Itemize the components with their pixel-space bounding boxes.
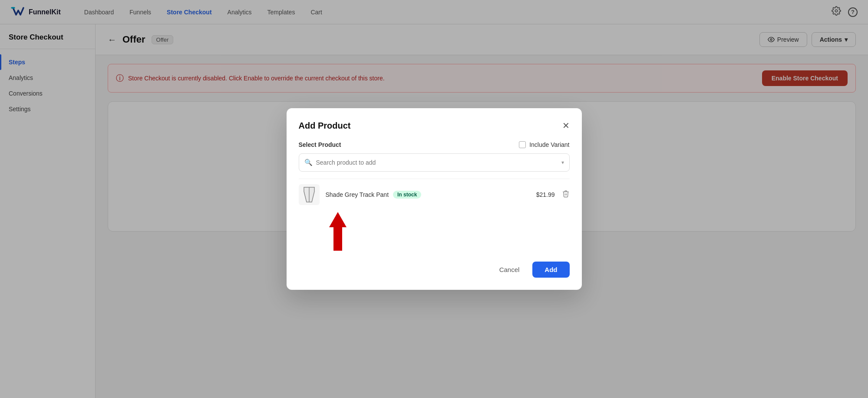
cancel-button[interactable]: Cancel — [491, 262, 528, 278]
trash-icon — [562, 190, 570, 198]
search-icon: 🔍 — [304, 159, 313, 166]
modal-top-row: Select Product Include Variant — [299, 141, 570, 148]
red-arrow-container — [299, 210, 570, 251]
product-name: Shade Grey Track Pant — [326, 191, 389, 198]
include-variant-row: Include Variant — [519, 141, 569, 148]
product-image — [299, 184, 320, 205]
modal-close-button[interactable]: ✕ — [562, 120, 570, 131]
select-product-label: Select Product — [299, 141, 341, 148]
in-stock-badge: In stock — [393, 191, 421, 199]
product-thumbnail — [302, 186, 316, 203]
modal-overlay[interactable]: Add Product ✕ Select Product Include Var… — [0, 0, 868, 398]
svg-rect-10 — [333, 227, 342, 251]
dropdown-arrow-icon: ▾ — [561, 159, 564, 166]
product-info: Shade Grey Track Pant In stock — [326, 191, 536, 199]
red-arrow-indicator — [325, 212, 351, 251]
search-container: 🔍 ▾ — [299, 153, 570, 172]
product-price: $21.99 — [536, 191, 555, 198]
include-variant-checkbox[interactable] — [519, 141, 526, 148]
svg-marker-9 — [329, 212, 347, 227]
modal-title: Add Product — [299, 121, 351, 131]
product-row: Shade Grey Track Pant In stock $21.99 — [299, 179, 570, 210]
product-search-input[interactable] — [316, 154, 561, 171]
product-delete-button[interactable] — [562, 190, 570, 199]
modal-footer: Cancel Add — [299, 262, 570, 278]
add-product-modal: Add Product ✕ Select Product Include Var… — [287, 108, 582, 290]
include-variant-label: Include Variant — [529, 141, 569, 148]
modal-header: Add Product ✕ — [299, 120, 570, 131]
add-button[interactable]: Add — [532, 262, 569, 278]
